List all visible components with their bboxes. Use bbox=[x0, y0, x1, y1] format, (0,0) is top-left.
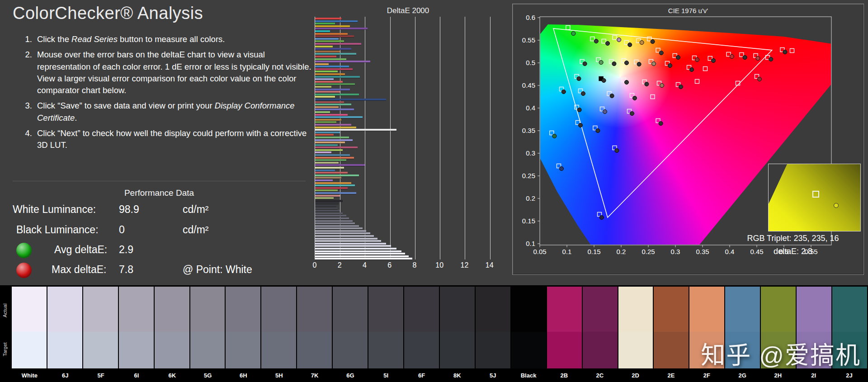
deltae-error-bar[interactable] bbox=[315, 139, 353, 141]
deltae-error-bar[interactable] bbox=[315, 28, 368, 29]
deltae-error-bar[interactable] bbox=[315, 253, 405, 255]
swatch-column-5h[interactable] bbox=[261, 287, 296, 368]
deltae-error-bar[interactable] bbox=[315, 144, 338, 146]
deltae-error-bar[interactable] bbox=[315, 227, 363, 229]
swatch-column-6f[interactable] bbox=[404, 287, 439, 368]
deltae-error-bar[interactable] bbox=[315, 43, 361, 45]
deltae-error-bar[interactable] bbox=[315, 250, 401, 252]
swatch-column-6k[interactable] bbox=[155, 287, 189, 368]
deltae-error-bar[interactable] bbox=[315, 179, 333, 181]
deltae-error-bar[interactable] bbox=[315, 83, 355, 85]
deltae-error-bar[interactable] bbox=[315, 61, 370, 62]
deltae-error-bar[interactable] bbox=[315, 149, 343, 151]
swatch-column-2d[interactable] bbox=[618, 287, 653, 368]
deltae-error-bar[interactable] bbox=[315, 217, 349, 219]
deltae-error-bar[interactable] bbox=[315, 159, 346, 161]
swatch-column-2b[interactable] bbox=[547, 287, 582, 368]
deltae-error-bar[interactable] bbox=[315, 172, 348, 174]
deltae-error-bar[interactable] bbox=[315, 202, 339, 204]
deltae-error-bar[interactable] bbox=[315, 30, 330, 32]
deltae-error-bar[interactable] bbox=[315, 235, 374, 237]
swatch-column-2c[interactable] bbox=[583, 287, 618, 368]
deltae-error-bar[interactable] bbox=[315, 174, 359, 176]
deltae-error-bar[interactable] bbox=[315, 222, 355, 224]
swatch-column-2e[interactable] bbox=[654, 287, 689, 368]
deltae-error-bar[interactable] bbox=[315, 56, 336, 57]
deltae-error-bar[interactable] bbox=[315, 106, 339, 108]
deltae-error-bar[interactable] bbox=[315, 245, 391, 247]
deltae-error-bar[interactable] bbox=[315, 205, 336, 207]
deltae-error-bar[interactable] bbox=[315, 86, 331, 88]
deltae-error-bar[interactable] bbox=[315, 157, 354, 159]
deltae-error-bar[interactable] bbox=[315, 40, 344, 42]
deltae-error-bar[interactable] bbox=[315, 78, 334, 80]
deltae-error-bar[interactable] bbox=[315, 182, 351, 184]
deltae-error-bar[interactable] bbox=[315, 96, 335, 98]
deltae-error-bar[interactable] bbox=[315, 192, 356, 194]
swatch-column-5i[interactable] bbox=[368, 287, 403, 368]
deltae-error-bar[interactable] bbox=[315, 258, 412, 259]
swatch-column-6j[interactable] bbox=[47, 287, 82, 368]
swatch-column-8k[interactable] bbox=[440, 287, 475, 368]
deltae-error-bar[interactable] bbox=[315, 101, 344, 103]
deltae-error-bar[interactable] bbox=[315, 164, 365, 166]
deltae-error-bar[interactable] bbox=[315, 46, 333, 47]
deltae-error-bar[interactable] bbox=[315, 212, 343, 214]
deltae-error-bar[interactable] bbox=[315, 189, 338, 191]
deltae-error-bar[interactable] bbox=[315, 68, 353, 70]
deltae-error-bar[interactable] bbox=[315, 243, 386, 245]
deltae-error-bar[interactable] bbox=[315, 154, 350, 156]
deltae-error-bar[interactable] bbox=[315, 104, 351, 105]
deltae-error-bar[interactable] bbox=[315, 146, 358, 148]
deltae-error-bar[interactable] bbox=[315, 220, 353, 222]
deltae-error-bar[interactable] bbox=[315, 91, 340, 93]
deltae-error-bar[interactable] bbox=[315, 111, 330, 113]
deltae-error-bar[interactable] bbox=[315, 73, 345, 75]
deltae-error-bar[interactable] bbox=[315, 151, 331, 153]
swatch-column-7k[interactable] bbox=[297, 287, 332, 368]
swatch-column-6g[interactable] bbox=[333, 287, 368, 368]
deltae-error-bar[interactable] bbox=[315, 208, 338, 209]
deltae-error-bar[interactable] bbox=[315, 116, 363, 118]
deltae-error-bar[interactable] bbox=[315, 197, 334, 199]
deltae-error-bar[interactable] bbox=[315, 76, 360, 78]
deltae-error-bar[interactable] bbox=[315, 51, 340, 52]
deltae-error-bar[interactable] bbox=[315, 108, 354, 110]
deltae-error-bar[interactable] bbox=[315, 81, 343, 83]
swatch-column-6h[interactable] bbox=[226, 287, 260, 368]
deltae-error-bar[interactable] bbox=[315, 255, 409, 257]
deltae-error-bar[interactable] bbox=[315, 124, 351, 126]
deltae-error-bar[interactable] bbox=[315, 195, 340, 197]
deltae-error-bar[interactable] bbox=[315, 129, 396, 131]
deltae-error-bar[interactable] bbox=[315, 25, 350, 27]
deltae-error-bar[interactable] bbox=[315, 215, 346, 217]
deltae-error-bar[interactable] bbox=[315, 23, 335, 24]
deltae-error-bar[interactable] bbox=[315, 53, 356, 55]
deltae-error-bar[interactable] bbox=[315, 127, 356, 128]
deltae-error-bar[interactable] bbox=[315, 71, 338, 72]
deltae-error-bar[interactable] bbox=[315, 66, 349, 67]
deltae-error-bar[interactable] bbox=[315, 137, 349, 138]
swatch-column-5j[interactable] bbox=[476, 287, 510, 368]
deltae-error-bar[interactable] bbox=[315, 230, 366, 232]
deltae-error-bar[interactable] bbox=[315, 114, 348, 116]
deltae-error-bar[interactable] bbox=[315, 63, 329, 65]
deltae-error-bar[interactable] bbox=[315, 232, 370, 234]
deltae-error-bar[interactable] bbox=[315, 238, 377, 240]
deltae-error-bar[interactable] bbox=[315, 162, 339, 164]
deltae-error-bar[interactable] bbox=[315, 248, 396, 250]
deltae-error-bar[interactable] bbox=[315, 225, 359, 227]
deltae-error-bar[interactable] bbox=[315, 33, 348, 35]
deltae-error-bar[interactable] bbox=[315, 134, 334, 136]
deltae-error-bar[interactable] bbox=[315, 94, 359, 95]
deltae-error-bar[interactable] bbox=[315, 210, 340, 212]
deltae-error-bar[interactable] bbox=[315, 141, 345, 143]
deltae-error-bar[interactable] bbox=[315, 18, 341, 19]
deltae-error-bar[interactable] bbox=[315, 35, 354, 37]
deltae-error-bar[interactable] bbox=[315, 184, 355, 186]
deltae-error-bar[interactable] bbox=[315, 170, 335, 171]
deltae-error-bar[interactable] bbox=[315, 177, 341, 179]
deltae-error-bar[interactable] bbox=[315, 38, 339, 40]
deltae-error-bar[interactable] bbox=[315, 132, 340, 133]
deltae-error-bar[interactable] bbox=[315, 187, 348, 189]
